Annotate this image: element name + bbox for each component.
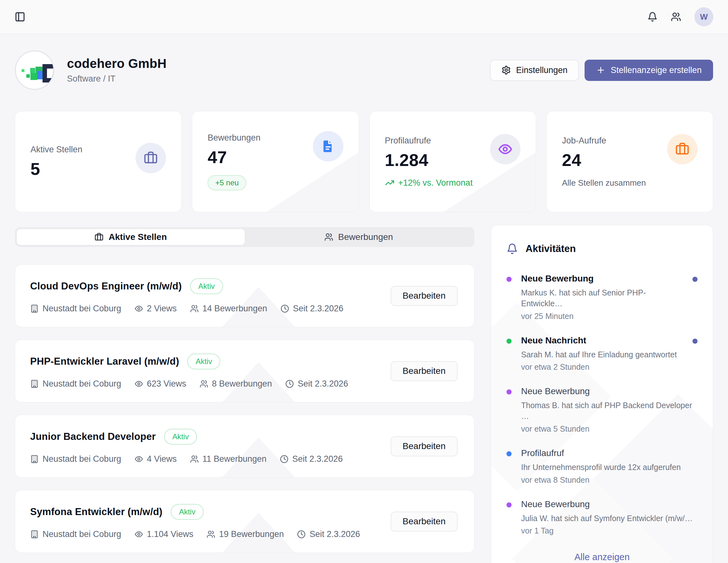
job-since: Seit 2.3.2026 (281, 304, 343, 314)
company-logo (15, 50, 54, 90)
eye-icon (135, 455, 143, 463)
trending-up-icon (385, 178, 394, 188)
stat-icon-circle (313, 131, 343, 162)
building-icon (30, 304, 39, 313)
job-location: Neustadt bei Coburg (30, 379, 121, 389)
stat-subtitle: Alle Stellen zusammen (562, 178, 698, 188)
job-title: Cloud DevOps Engineer (m/w/d) (30, 281, 182, 292)
activity-item[interactable]: Neue Bewerbung Markus K. hat sich auf Se… (506, 274, 698, 321)
job-location: Neustadt bei Coburg (30, 529, 121, 539)
stat-label: Bewerbungen (208, 133, 261, 143)
activity-item[interactable]: Neue Bewerbung Julia W. hat sich auf Sym… (506, 499, 698, 536)
gear-icon (501, 65, 511, 75)
activity-type-dot (506, 389, 512, 394)
topbar: W (0, 0, 728, 34)
activity-time: vor etwa 2 Stunden (521, 362, 683, 372)
status-badge: Aktiv (190, 278, 223, 294)
job-card: PHP-Entwickler Laravel (m/w/d) Aktiv Neu… (15, 340, 474, 402)
stat-value: 24 (562, 150, 606, 170)
notifications-button[interactable] (647, 12, 658, 22)
tab-bar: Aktive Stellen Bewerbungen (15, 227, 474, 247)
activity-type-dot (506, 277, 512, 282)
users-icon (190, 455, 199, 463)
eye-icon (135, 530, 143, 539)
building-icon (30, 455, 39, 463)
stat-label: Profilaufrufe (385, 136, 431, 146)
job-applications-label: 14 Bewerbungen (202, 304, 267, 314)
show-all-link[interactable]: Alle anzeigen (574, 552, 630, 562)
activity-item[interactable]: Neue Nachricht Sarah M. hat auf Ihre Ein… (506, 335, 698, 372)
stat-value: 5 (30, 159, 83, 179)
job-since-label: Seit 2.3.2026 (309, 529, 360, 539)
status-badge: Aktiv (164, 429, 197, 445)
edit-job-button[interactable]: Bearbeiten (391, 286, 458, 306)
stat-label: Aktive Stellen (30, 145, 83, 155)
job-location-label: Neustadt bei Coburg (43, 304, 121, 314)
clock-icon (285, 380, 294, 388)
job-card: Symfona Entwickler (m/w/d) Aktiv Neustad… (15, 490, 474, 553)
activity-panel: Aktivitäten Neue Bewerbung Markus K. hat… (491, 225, 713, 563)
tab-label: Aktive Stellen (109, 232, 167, 242)
settings-button[interactable]: Einstellungen (490, 60, 579, 81)
activity-time: vor 1 Tag (521, 526, 698, 535)
job-views-label: 4 Views (147, 454, 177, 464)
settings-button-label: Einstellungen (516, 65, 567, 75)
stat-icon-circle (667, 134, 698, 164)
plus-icon (596, 65, 606, 75)
job-applications-label: 19 Bewerbungen (219, 529, 284, 539)
activity-item[interactable]: Profilaufruf Ihr Unternehmensprofil wurd… (506, 448, 698, 485)
tab-active-jobs[interactable]: Aktive Stellen (17, 229, 245, 245)
activity-description: Markus K. hat sich auf Senior PHP-Entwic… (521, 288, 683, 309)
bell-icon (647, 12, 658, 22)
stat-card-applications: Bewerbungen 47 +5 neu (192, 111, 359, 212)
tab-applications[interactable]: Bewerbungen (245, 229, 473, 245)
job-since-label: Seit 2.3.2026 (293, 304, 343, 314)
user-avatar[interactable]: W (694, 7, 713, 26)
activity-type-dot (506, 451, 512, 456)
job-location-label: Neustadt bei Coburg (43, 529, 121, 539)
company-identity: codehero GmbH Software / IT (15, 50, 167, 90)
company-name: codehero GmbH (67, 56, 167, 71)
activity-item[interactable]: Neue Bewerbung Thomas B. hat sich auf PH… (506, 386, 698, 434)
unread-indicator-dot (692, 339, 698, 344)
job-list: Cloud DevOps Engineer (m/w/d) Aktiv Neus… (15, 264, 474, 553)
job-views: 623 Views (135, 379, 186, 389)
job-location: Neustadt bei Coburg (30, 304, 121, 314)
panel-left-icon (15, 11, 25, 22)
sidebar-toggle-button[interactable] (15, 11, 25, 22)
edit-job-button[interactable]: Bearbeiten (391, 361, 458, 381)
trend-indicator: +12% vs. Vormonat (385, 178, 520, 188)
job-location-label: Neustadt bei Coburg (43, 454, 121, 464)
activity-time: vor etwa 8 Stunden (521, 475, 698, 485)
activity-title: Neue Bewerbung (521, 386, 698, 396)
status-badge: Aktiv (187, 354, 220, 369)
main-content: codehero GmbH Software / IT Einstellunge… (0, 50, 728, 563)
edit-job-button[interactable]: Bearbeiten (391, 512, 458, 532)
edit-job-button[interactable]: Bearbeiten (391, 436, 458, 456)
stat-value: 1.284 (385, 150, 431, 170)
create-job-button[interactable]: Stellenanzeige erstellen (585, 60, 713, 81)
job-card: Junior Backend Developer Aktiv Neustadt … (15, 415, 474, 478)
activity-time: vor 25 Minuten (521, 312, 683, 321)
briefcase-icon (95, 233, 103, 242)
job-views-label: 623 Views (147, 379, 186, 389)
eye-icon (135, 304, 143, 313)
clock-icon (297, 530, 306, 539)
briefcase-icon (675, 142, 689, 156)
eye-icon (498, 142, 513, 156)
job-views-label: 2 Views (147, 304, 177, 314)
activity-panel-title: Aktivitäten (526, 243, 576, 255)
job-title: Symfona Entwickler (m/w/d) (30, 506, 162, 518)
job-location-label: Neustadt bei Coburg (43, 379, 121, 389)
company-subtitle: Software / IT (67, 74, 167, 84)
job-title: Junior Backend Developer (30, 431, 156, 442)
team-button[interactable] (671, 12, 681, 22)
job-card: Cloud DevOps Engineer (m/w/d) Aktiv Neus… (15, 264, 474, 327)
clock-icon (281, 304, 289, 313)
stat-icon-circle (136, 143, 166, 173)
stat-card-job-views: Job-Aufrufe 24 Alle Stellen zusammen (546, 111, 713, 212)
trend-label: +12% vs. Vormonat (398, 178, 473, 188)
activity-description: Sarah M. hat auf Ihre Einladung geantwor… (521, 349, 683, 360)
status-badge: Aktiv (171, 504, 204, 520)
stat-label: Job-Aufrufe (562, 136, 606, 146)
